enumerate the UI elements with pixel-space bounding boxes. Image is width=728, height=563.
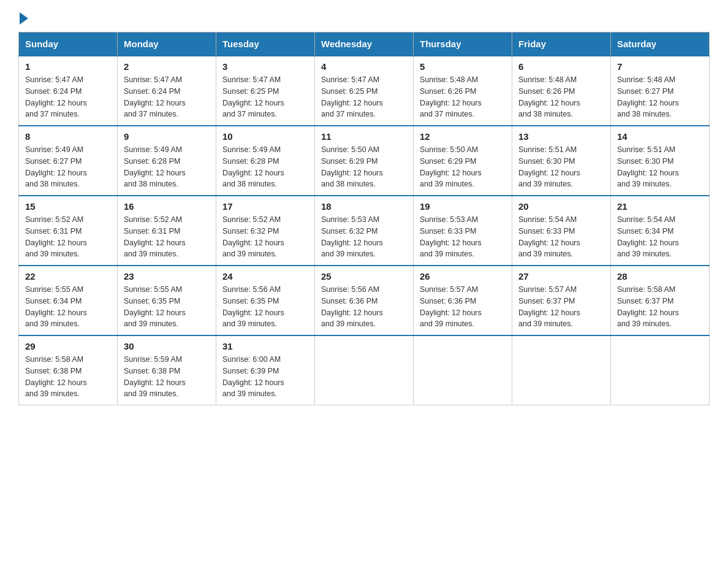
calendar-cell: 12 Sunrise: 5:50 AM Sunset: 6:29 PM Dayl… xyxy=(414,126,512,196)
day-info: Sunrise: 5:56 AM Sunset: 6:36 PM Dayligh… xyxy=(321,284,407,330)
calendar-header-tuesday: Tuesday xyxy=(216,33,315,56)
calendar-cell xyxy=(611,335,710,405)
calendar-header-thursday: Thursday xyxy=(414,33,512,56)
day-number: 5 xyxy=(420,61,506,72)
day-info: Sunrise: 5:48 AM Sunset: 6:26 PM Dayligh… xyxy=(420,74,506,120)
day-info: Sunrise: 5:54 AM Sunset: 6:34 PM Dayligh… xyxy=(617,214,703,260)
day-number: 7 xyxy=(617,61,703,72)
calendar-cell: 28 Sunrise: 5:58 AM Sunset: 6:37 PM Dayl… xyxy=(611,266,710,335)
calendar-cell: 17 Sunrise: 5:52 AM Sunset: 6:32 PM Dayl… xyxy=(216,196,315,266)
day-number: 28 xyxy=(617,271,703,282)
logo-arrow-icon xyxy=(20,12,28,25)
day-info: Sunrise: 5:59 AM Sunset: 6:38 PM Dayligh… xyxy=(124,354,210,400)
day-info: Sunrise: 5:49 AM Sunset: 6:28 PM Dayligh… xyxy=(124,144,210,190)
day-info: Sunrise: 5:47 AM Sunset: 6:24 PM Dayligh… xyxy=(25,74,111,120)
day-info: Sunrise: 5:55 AM Sunset: 6:35 PM Dayligh… xyxy=(124,284,210,330)
day-number: 4 xyxy=(321,61,407,72)
calendar-cell: 21 Sunrise: 5:54 AM Sunset: 6:34 PM Dayl… xyxy=(611,196,710,266)
calendar-cell: 22 Sunrise: 5:55 AM Sunset: 6:34 PM Dayl… xyxy=(19,266,118,335)
calendar-cell: 26 Sunrise: 5:57 AM Sunset: 6:36 PM Dayl… xyxy=(414,266,512,335)
day-info: Sunrise: 5:53 AM Sunset: 6:32 PM Dayligh… xyxy=(321,214,407,260)
calendar-cell: 29 Sunrise: 5:58 AM Sunset: 6:38 PM Dayl… xyxy=(19,335,118,405)
day-number: 10 xyxy=(222,131,308,142)
day-info: Sunrise: 5:58 AM Sunset: 6:38 PM Dayligh… xyxy=(25,354,111,400)
calendar-table: SundayMondayTuesdayWednesdayThursdayFrid… xyxy=(18,32,710,405)
day-info: Sunrise: 5:47 AM Sunset: 6:25 PM Dayligh… xyxy=(321,74,407,120)
calendar-cell: 15 Sunrise: 5:52 AM Sunset: 6:31 PM Dayl… xyxy=(19,196,118,266)
week-row-3: 15 Sunrise: 5:52 AM Sunset: 6:31 PM Dayl… xyxy=(19,196,710,266)
day-number: 26 xyxy=(420,271,506,282)
calendar-cell: 20 Sunrise: 5:54 AM Sunset: 6:33 PM Dayl… xyxy=(512,196,611,266)
calendar-header-monday: Monday xyxy=(118,33,216,56)
day-info: Sunrise: 5:54 AM Sunset: 6:33 PM Dayligh… xyxy=(518,214,604,260)
day-info: Sunrise: 5:53 AM Sunset: 6:33 PM Dayligh… xyxy=(420,214,506,260)
day-info: Sunrise: 5:52 AM Sunset: 6:31 PM Dayligh… xyxy=(25,214,111,260)
day-info: Sunrise: 5:57 AM Sunset: 6:37 PM Dayligh… xyxy=(518,284,604,330)
day-info: Sunrise: 5:52 AM Sunset: 6:32 PM Dayligh… xyxy=(222,214,308,260)
day-number: 18 xyxy=(321,201,407,212)
calendar-cell: 1 Sunrise: 5:47 AM Sunset: 6:24 PM Dayli… xyxy=(19,56,118,126)
day-number: 6 xyxy=(518,61,604,72)
day-number: 27 xyxy=(518,271,604,282)
day-info: Sunrise: 5:55 AM Sunset: 6:34 PM Dayligh… xyxy=(25,284,111,330)
day-number: 19 xyxy=(420,201,506,212)
day-number: 25 xyxy=(321,271,407,282)
day-info: Sunrise: 5:51 AM Sunset: 6:30 PM Dayligh… xyxy=(617,144,703,190)
calendar-cell: 23 Sunrise: 5:55 AM Sunset: 6:35 PM Dayl… xyxy=(118,266,216,335)
day-number: 23 xyxy=(124,271,210,282)
calendar-cell: 16 Sunrise: 5:52 AM Sunset: 6:31 PM Dayl… xyxy=(118,196,216,266)
day-info: Sunrise: 5:57 AM Sunset: 6:36 PM Dayligh… xyxy=(420,284,506,330)
day-number: 21 xyxy=(617,201,703,212)
calendar-cell: 3 Sunrise: 5:47 AM Sunset: 6:25 PM Dayli… xyxy=(216,56,315,126)
calendar-header-friday: Friday xyxy=(512,33,611,56)
calendar-cell: 8 Sunrise: 5:49 AM Sunset: 6:27 PM Dayli… xyxy=(19,126,118,196)
day-number: 20 xyxy=(518,201,604,212)
day-number: 22 xyxy=(25,271,111,282)
week-row-1: 1 Sunrise: 5:47 AM Sunset: 6:24 PM Dayli… xyxy=(19,56,710,126)
day-number: 29 xyxy=(25,341,111,351)
calendar-cell: 4 Sunrise: 5:47 AM Sunset: 6:25 PM Dayli… xyxy=(315,56,414,126)
calendar-cell: 7 Sunrise: 5:48 AM Sunset: 6:27 PM Dayli… xyxy=(611,56,710,126)
day-info: Sunrise: 5:47 AM Sunset: 6:25 PM Dayligh… xyxy=(222,74,308,120)
day-number: 14 xyxy=(617,131,703,142)
calendar-header-saturday: Saturday xyxy=(611,33,710,56)
day-number: 17 xyxy=(222,201,308,212)
week-row-2: 8 Sunrise: 5:49 AM Sunset: 6:27 PM Dayli… xyxy=(19,126,710,196)
day-number: 1 xyxy=(25,61,111,72)
calendar-cell xyxy=(512,335,611,405)
calendar-cell: 13 Sunrise: 5:51 AM Sunset: 6:30 PM Dayl… xyxy=(512,126,611,196)
calendar-cell: 27 Sunrise: 5:57 AM Sunset: 6:37 PM Dayl… xyxy=(512,266,611,335)
calendar-cell: 14 Sunrise: 5:51 AM Sunset: 6:30 PM Dayl… xyxy=(611,126,710,196)
calendar-cell: 31 Sunrise: 6:00 AM Sunset: 6:39 PM Dayl… xyxy=(216,335,315,405)
day-number: 3 xyxy=(222,61,308,72)
day-number: 8 xyxy=(25,131,111,142)
day-info: Sunrise: 5:58 AM Sunset: 6:37 PM Dayligh… xyxy=(617,284,703,330)
calendar-header-row: SundayMondayTuesdayWednesdayThursdayFrid… xyxy=(19,33,710,56)
calendar-cell: 18 Sunrise: 5:53 AM Sunset: 6:32 PM Dayl… xyxy=(315,196,414,266)
day-number: 2 xyxy=(124,61,210,72)
day-info: Sunrise: 6:00 AM Sunset: 6:39 PM Dayligh… xyxy=(222,354,308,400)
day-number: 15 xyxy=(25,201,111,212)
week-row-4: 22 Sunrise: 5:55 AM Sunset: 6:34 PM Dayl… xyxy=(19,266,710,335)
calendar-cell: 24 Sunrise: 5:56 AM Sunset: 6:35 PM Dayl… xyxy=(216,266,315,335)
calendar-header-sunday: Sunday xyxy=(19,33,118,56)
calendar-cell: 30 Sunrise: 5:59 AM Sunset: 6:38 PM Dayl… xyxy=(118,335,216,405)
day-info: Sunrise: 5:49 AM Sunset: 6:27 PM Dayligh… xyxy=(25,144,111,190)
day-number: 9 xyxy=(124,131,210,142)
day-info: Sunrise: 5:48 AM Sunset: 6:27 PM Dayligh… xyxy=(617,74,703,120)
calendar-cell: 2 Sunrise: 5:47 AM Sunset: 6:24 PM Dayli… xyxy=(118,56,216,126)
day-info: Sunrise: 5:50 AM Sunset: 6:29 PM Dayligh… xyxy=(420,144,506,190)
page-header xyxy=(18,12,710,25)
calendar-cell: 10 Sunrise: 5:49 AM Sunset: 6:28 PM Dayl… xyxy=(216,126,315,196)
day-number: 12 xyxy=(420,131,506,142)
calendar-cell xyxy=(414,335,512,405)
day-info: Sunrise: 5:51 AM Sunset: 6:30 PM Dayligh… xyxy=(518,144,604,190)
day-number: 30 xyxy=(124,341,210,351)
day-number: 13 xyxy=(518,131,604,142)
day-info: Sunrise: 5:48 AM Sunset: 6:26 PM Dayligh… xyxy=(518,74,604,120)
calendar-cell: 6 Sunrise: 5:48 AM Sunset: 6:26 PM Dayli… xyxy=(512,56,611,126)
calendar-cell: 5 Sunrise: 5:48 AM Sunset: 6:26 PM Dayli… xyxy=(414,56,512,126)
day-number: 31 xyxy=(222,341,308,351)
day-info: Sunrise: 5:49 AM Sunset: 6:28 PM Dayligh… xyxy=(222,144,308,190)
day-info: Sunrise: 5:47 AM Sunset: 6:24 PM Dayligh… xyxy=(124,74,210,120)
